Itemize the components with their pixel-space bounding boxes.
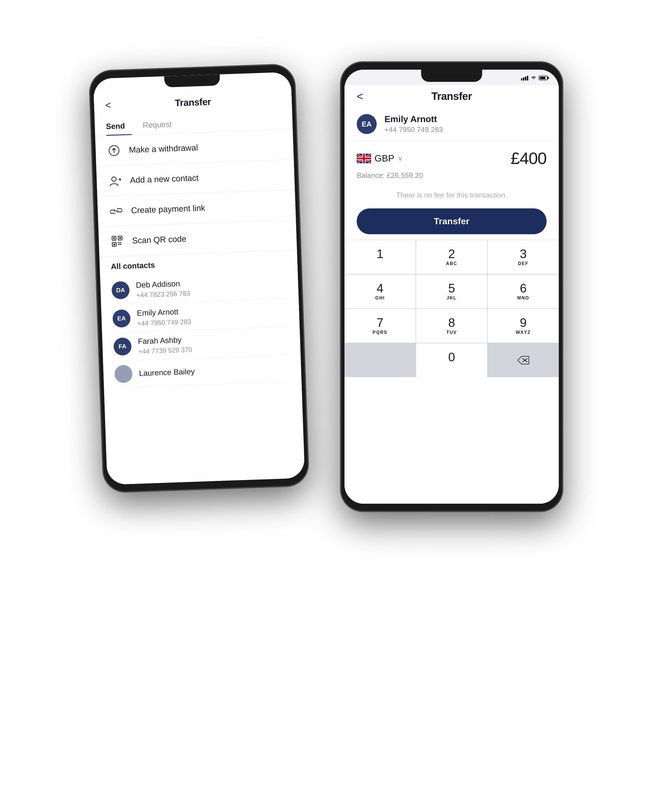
back-header: < Transfer [94,87,292,116]
delete-icon [517,356,530,365]
recipient-name: Emily Arnott [385,114,443,124]
contact-phone-ea: +44 7950 749 283 [137,318,191,327]
fee-text: There is no fee for this transaction. [396,191,507,199]
svg-rect-12 [118,242,119,243]
key-delete[interactable] [488,343,559,377]
tab-request[interactable]: Request [142,115,178,134]
uk-flag-icon [357,153,371,164]
signal-icon [521,76,528,80]
keypad: 1 2 ABC 3 DEF 4 GHI [344,240,559,377]
key-6[interactable]: 6 MNO [488,274,559,308]
recipient-section: EA Emily Arnott +44 7950 749 283 [344,107,559,141]
svg-rect-9 [119,237,121,239]
svg-rect-11 [113,243,115,245]
contact-phone-da: +44 7823 256 783 [136,290,191,299]
key-8-letters: TUV [446,330,457,335]
battery-fill [540,77,545,79]
key-3-number: 3 [520,248,527,260]
contact-info-fa: Farah Ashby +44 7739 529 370 [138,335,192,356]
contact-phone-fa: +44 7739 529 370 [138,346,192,356]
front-back-button[interactable]: < [357,91,363,102]
key-1-letters [379,261,381,266]
signal-bar-3 [525,77,526,80]
qr-icon [110,234,125,249]
contact-info-lb: Laurence Bailey [139,367,195,379]
key-5-letters: JKL [447,296,457,301]
wifi-icon [530,76,537,80]
payment-link-label: Create payment link [131,203,205,215]
menu-items: Make a withdrawal Add a new co [95,129,297,257]
svg-rect-15 [120,244,121,245]
key-4[interactable]: 4 GHI [344,274,416,308]
phone-back: < Transfer Send Request [89,64,309,493]
signal-bar-1 [521,78,522,80]
svg-rect-24 [357,157,371,159]
tab-send[interactable]: Send [106,117,132,135]
svg-rect-14 [118,244,119,245]
key-7-letters: PQRS [372,330,387,335]
signal-bar-2 [523,77,524,80]
amount-display: £400 [511,149,547,168]
contact-info-ea: Emily Arnott +44 7950 749 283 [137,307,191,327]
contacts-header: All contacts [111,256,287,271]
currency-section: GBP ∨ £400 [344,141,559,171]
currency-code: GBP [374,153,394,164]
avatar-da: DA [111,281,129,299]
signal-bar-4 [527,76,528,80]
avatar-ea: EA [112,309,131,327]
contact-name-fa: Farah Ashby [138,335,192,346]
contact-name-da: Deb Addison [136,279,190,290]
key-6-number: 6 [520,282,527,294]
svg-line-1 [114,148,114,153]
key-empty [344,343,416,377]
recipient-avatar: EA [357,114,377,134]
key-1[interactable]: 1 [344,240,416,274]
key-9[interactable]: 9 WXYZ [488,309,559,343]
withdrawal-icon [107,143,121,158]
balance-text: Balance: £26,559.20 [357,171,423,179]
front-header: < Transfer [344,85,559,107]
key-6-letters: MNO [517,296,529,301]
key-2-letters: ABC [446,261,457,266]
key-8-number: 8 [448,316,455,329]
key-5[interactable]: 5 JKL [416,274,487,308]
status-icons [521,76,548,80]
currency-selector[interactable]: GBP ∨ [357,153,403,164]
add-contact-icon [108,173,123,188]
battery-icon [539,76,548,80]
key-1-number: 1 [377,248,383,260]
svg-line-5 [114,211,118,211]
add-contact-label: Add a new contact [130,173,199,185]
svg-rect-7 [113,237,115,239]
key-0[interactable]: 0 [416,343,487,377]
phone-front: < Transfer EA Emily Arnott +44 7950 749 … [341,62,563,511]
scene: < Transfer Send Request [80,45,579,767]
key-8[interactable]: 8 TUV [416,309,487,343]
contact-name-lb: Laurence Bailey [139,367,195,379]
fee-section: There is no fee for this transaction. [344,186,559,205]
key-3-letters: DEF [518,261,528,266]
front-screen: < Transfer EA Emily Arnott +44 7950 749 … [344,85,559,504]
avatar-lb [114,365,133,383]
front-title: Transfer [431,90,472,102]
currency-chevron: ∨ [398,154,403,162]
qr-label: Scan QR code [132,234,186,245]
front-phone-screen: < Transfer EA Emily Arnott +44 7950 749 … [344,70,559,504]
svg-point-2 [112,177,116,181]
back-screen: < Transfer Send Request [94,87,305,485]
back-phone-screen: < Transfer Send Request [93,72,305,485]
back-button[interactable]: < [105,99,111,111]
key-9-letters: WXYZ [516,330,531,335]
key-2[interactable]: 2 ABC [416,240,487,274]
link-icon [109,203,123,219]
key-4-number: 4 [377,282,383,294]
key-9-number: 9 [520,316,527,329]
back-notch [164,74,220,87]
key-3[interactable]: 3 DEF [488,240,559,274]
transfer-button[interactable]: Transfer [357,208,547,234]
key-7[interactable]: 7 PQRS [344,309,416,343]
contact-item-lb[interactable]: Laurence Bailey [114,355,290,388]
avatar-fa: FA [113,337,132,356]
contact-info-da: Deb Addison +44 7823 256 783 [136,279,190,299]
key-4-letters: GHI [375,296,385,301]
